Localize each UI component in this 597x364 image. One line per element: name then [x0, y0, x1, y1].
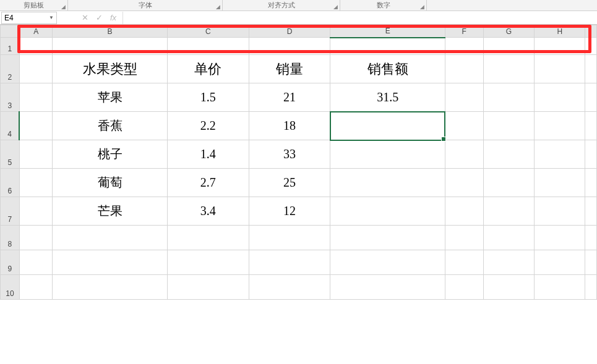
- cell[interactable]: [483, 226, 534, 250]
- cell[interactable]: [483, 112, 534, 140]
- column-header-E[interactable]: E: [330, 25, 445, 38]
- cell[interactable]: [19, 169, 53, 197]
- cell[interactable]: [535, 55, 585, 83]
- cell[interactable]: [445, 197, 483, 226]
- cell[interactable]: [483, 169, 534, 197]
- cell[interactable]: [53, 250, 167, 275]
- cell[interactable]: [19, 197, 53, 226]
- cell[interactable]: 苹果: [53, 83, 167, 112]
- cell[interactable]: [167, 275, 249, 300]
- cell[interactable]: [19, 140, 53, 169]
- cell[interactable]: 3.4: [167, 197, 249, 226]
- cell[interactable]: [19, 38, 53, 55]
- row-header-8[interactable]: 8: [1, 226, 20, 250]
- cell[interactable]: 芒果: [53, 197, 167, 226]
- cell[interactable]: [249, 226, 330, 250]
- select-all-corner[interactable]: [1, 25, 20, 38]
- cell[interactable]: [53, 275, 167, 300]
- cell[interactable]: [445, 140, 483, 169]
- cell[interactable]: [330, 140, 445, 169]
- cell[interactable]: 单价: [167, 55, 249, 83]
- cell[interactable]: [445, 83, 483, 112]
- cell[interactable]: [535, 226, 585, 250]
- cell[interactable]: [585, 55, 597, 83]
- dialog-launcher-icon[interactable]: ◢: [332, 4, 338, 10]
- cell[interactable]: 25: [249, 169, 330, 197]
- cell[interactable]: 12: [249, 197, 330, 226]
- cell[interactable]: [535, 83, 585, 112]
- cell[interactable]: [483, 140, 534, 169]
- cell[interactable]: [585, 112, 597, 140]
- cell[interactable]: [535, 275, 585, 300]
- cell[interactable]: [167, 226, 249, 250]
- cell[interactable]: [445, 275, 483, 300]
- row-header-7[interactable]: 7: [1, 197, 20, 226]
- cell[interactable]: [535, 169, 585, 197]
- confirm-icon[interactable]: ✓: [96, 13, 103, 22]
- cell[interactable]: [585, 226, 597, 250]
- cell[interactable]: [483, 275, 534, 300]
- row-header-5[interactable]: 5: [1, 140, 20, 169]
- cell[interactable]: 1.4: [167, 140, 249, 169]
- cell[interactable]: [445, 55, 483, 83]
- column-header-A[interactable]: A: [19, 25, 53, 38]
- cell[interactable]: 21: [249, 83, 330, 112]
- cell[interactable]: [445, 250, 483, 275]
- cell[interactable]: [19, 112, 53, 140]
- cell[interactable]: [585, 140, 597, 169]
- cell[interactable]: [483, 55, 534, 83]
- cell[interactable]: 2.7: [167, 169, 249, 197]
- cell[interactable]: [535, 140, 585, 169]
- cell[interactable]: 桃子: [53, 140, 167, 169]
- column-header-H[interactable]: H: [535, 25, 585, 38]
- cell[interactable]: [19, 250, 53, 275]
- cell[interactable]: [249, 250, 330, 275]
- row-header-3[interactable]: 3: [1, 83, 20, 112]
- cell[interactable]: [585, 169, 597, 197]
- column-header-D[interactable]: D: [249, 25, 330, 38]
- cell[interactable]: [585, 38, 597, 55]
- row-header-2[interactable]: 2: [1, 55, 20, 83]
- cell[interactable]: [585, 275, 597, 300]
- cell[interactable]: [249, 275, 330, 300]
- cell[interactable]: [19, 55, 53, 83]
- column-header-F[interactable]: F: [445, 25, 483, 38]
- cell-active[interactable]: [330, 112, 445, 140]
- cell[interactable]: 2.2: [167, 112, 249, 140]
- cell[interactable]: [445, 226, 483, 250]
- cell[interactable]: 18: [249, 112, 330, 140]
- cell[interactable]: [249, 38, 330, 55]
- chevron-down-icon[interactable]: ▼: [49, 15, 54, 20]
- cell[interactable]: [19, 226, 53, 250]
- cell[interactable]: [19, 275, 53, 300]
- cell[interactable]: [19, 83, 53, 112]
- cell[interactable]: [167, 250, 249, 275]
- cell[interactable]: [535, 38, 585, 55]
- cell[interactable]: [585, 83, 597, 112]
- cell[interactable]: [585, 250, 597, 275]
- cell[interactable]: [445, 38, 483, 55]
- cell[interactable]: [535, 112, 585, 140]
- cell[interactable]: 33: [249, 140, 330, 169]
- name-box[interactable]: E4 ▼: [1, 12, 57, 24]
- column-header-B[interactable]: B: [53, 25, 167, 38]
- column-header-I[interactable]: I: [585, 25, 597, 38]
- cell[interactable]: [53, 38, 167, 55]
- cell[interactable]: [535, 197, 585, 226]
- cell[interactable]: 香蕉: [53, 112, 167, 140]
- row-header-4[interactable]: 4: [1, 112, 20, 140]
- cell[interactable]: [167, 38, 249, 55]
- cancel-icon[interactable]: ✕: [82, 13, 88, 22]
- cell[interactable]: [53, 226, 167, 250]
- fx-icon[interactable]: fx: [110, 13, 116, 22]
- cell[interactable]: [445, 112, 483, 140]
- cell[interactable]: [330, 38, 445, 55]
- row-header-9[interactable]: 9: [1, 250, 20, 275]
- cell[interactable]: [483, 250, 534, 275]
- cell[interactable]: [483, 38, 534, 55]
- column-header-G[interactable]: G: [483, 25, 534, 38]
- cell[interactable]: [535, 250, 585, 275]
- cell[interactable]: [330, 169, 445, 197]
- cell[interactable]: [483, 83, 534, 112]
- cell[interactable]: [330, 275, 445, 300]
